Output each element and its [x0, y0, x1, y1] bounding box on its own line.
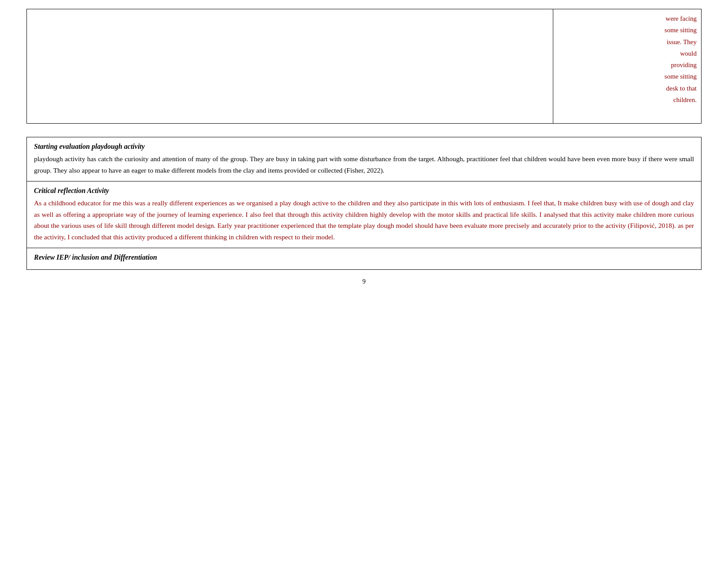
right-cell-line: would	[680, 48, 697, 59]
right-cell-line: children.	[673, 94, 697, 106]
sections-container: Starting evaluation playdough activitypl…	[26, 137, 702, 270]
section-title-critical-reflection: Critical reflection Activity	[34, 187, 694, 195]
page-number: 9	[26, 278, 702, 285]
section-title-review-iep: Review IEP/ inclusion and Differentiatio…	[34, 253, 694, 261]
section-title-starting-evaluation: Starting evaluation playdough activity	[34, 143, 694, 151]
section-body-critical-reflection: As a childhood educator for me this was …	[34, 197, 694, 242]
right-cell-line: desk to that	[666, 83, 697, 94]
page-container: were facingsome sittingissue. Theywouldp…	[0, 0, 728, 563]
table-right-cell: were facingsome sittingissue. Theywouldp…	[553, 9, 702, 124]
right-cell-line: were facing	[666, 13, 697, 24]
section-review-iep: Review IEP/ inclusion and Differentiatio…	[26, 248, 702, 270]
right-cell-line: providing	[671, 59, 697, 71]
top-table: were facingsome sittingissue. Theywouldp…	[26, 9, 702, 124]
right-cell-line: some sitting	[664, 71, 697, 82]
section-starting-evaluation: Starting evaluation playdough activitypl…	[26, 137, 702, 181]
section-critical-reflection: Critical reflection ActivityAs a childho…	[26, 181, 702, 248]
section-body-starting-evaluation: playdough activity has catch the curiosi…	[34, 153, 694, 176]
right-cell-line: issue. They	[667, 36, 697, 48]
right-cell-line: some sitting	[664, 24, 697, 36]
table-left-cell	[26, 9, 553, 124]
